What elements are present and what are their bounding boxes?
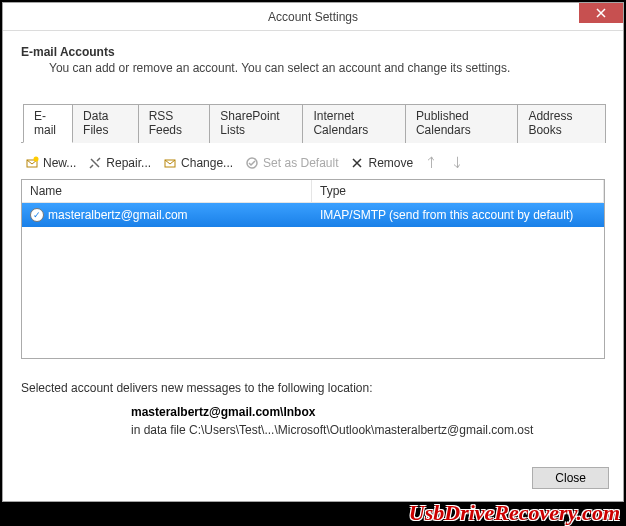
arrow-up-icon: 🡑 [425,155,439,171]
tab-internet-calendars[interactable]: Internet Calendars [302,104,406,143]
remove-icon [350,156,364,170]
set-default-button[interactable]: Set as Default [245,156,338,170]
arrow-down-icon: 🡓 [451,155,465,171]
move-up-button[interactable]: 🡑 [425,155,439,171]
repair-label: Repair... [106,156,151,170]
move-down-button[interactable]: 🡓 [451,155,465,171]
tab-address-books[interactable]: Address Books [517,104,606,143]
remove-label: Remove [368,156,413,170]
set-default-label: Set as Default [263,156,338,170]
tab-rss-feeds[interactable]: RSS Feeds [138,104,211,143]
change-icon [163,156,177,170]
remove-button[interactable]: Remove [350,156,413,170]
account-type-cell: IMAP/SMTP (send from this account by def… [312,206,604,224]
content-area: E-mail Accounts You can add or remove an… [3,31,623,447]
list-header: Name Type [22,180,604,203]
close-icon [596,8,606,18]
delivery-path: in data file C:\Users\Test\...\Microsoft… [131,423,605,437]
accounts-list: Name Type ✓ masteralbertz@gmail.com IMAP… [21,179,605,359]
check-circle-icon [245,156,259,170]
tab-strip: E-mail Data Files RSS Feeds SharePoint L… [21,103,605,143]
change-button[interactable]: Change... [163,156,233,170]
new-label: New... [43,156,76,170]
column-type[interactable]: Type [312,180,604,202]
tab-published-calendars[interactable]: Published Calendars [405,104,518,143]
delivery-location-label: Selected account delivers new messages t… [21,381,605,395]
list-item[interactable]: ✓ masteralbertz@gmail.com IMAP/SMTP (sen… [22,203,604,227]
column-name[interactable]: Name [22,180,312,202]
account-name: masteralbertz@gmail.com [48,208,188,222]
default-check-icon: ✓ [30,208,44,222]
account-type: IMAP/SMTP (send from this account by def… [320,208,573,222]
repair-icon [88,156,102,170]
new-button[interactable]: New... [25,156,76,170]
account-name-cell: ✓ masteralbertz@gmail.com [22,206,312,224]
window-title: Account Settings [3,10,623,24]
repair-button[interactable]: Repair... [88,156,151,170]
account-settings-window: Account Settings E-mail Accounts You can… [2,2,624,502]
bottom-buttons: Close [532,467,609,489]
titlebar: Account Settings [3,3,623,31]
tab-data-files[interactable]: Data Files [72,104,139,143]
watermark: UsbDriveRecovery.com [409,500,620,526]
tab-sharepoint-lists[interactable]: SharePoint Lists [209,104,303,143]
toolbar: New... Repair... Change... Set as Defaul… [21,153,605,173]
delivery-location: masteralbertz@gmail.com\Inbox [131,405,605,419]
svg-point-1 [34,157,39,162]
change-label: Change... [181,156,233,170]
new-icon [25,156,39,170]
tab-email[interactable]: E-mail [23,104,73,143]
section-heading: E-mail Accounts [21,45,605,59]
close-button[interactable]: Close [532,467,609,489]
section-subheading: You can add or remove an account. You ca… [49,61,605,75]
window-close-button[interactable] [579,3,623,23]
